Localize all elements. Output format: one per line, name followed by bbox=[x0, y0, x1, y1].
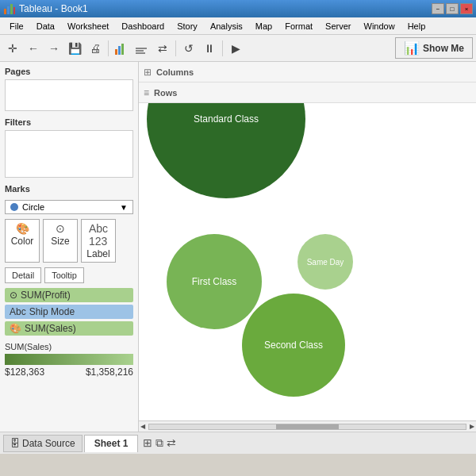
scroll-right-arrow[interactable]: ▶ bbox=[470, 423, 474, 430]
horizontal-scrollbar[interactable]: ◀ ▶ bbox=[139, 420, 476, 432]
sheet1-label: Sheet 1 bbox=[94, 438, 129, 449]
label-label: Label bbox=[86, 248, 109, 259]
marks-type-dropdown[interactable]: Circle ▼ bbox=[5, 200, 133, 214]
marks-type-label: Circle bbox=[22, 202, 120, 212]
menu-window[interactable]: Window bbox=[358, 20, 401, 33]
label-icon: Abc123 bbox=[89, 222, 108, 248]
sum-sales-pill[interactable]: 🎨 SUM(Sales) bbox=[5, 321, 133, 336]
filters-box bbox=[5, 130, 133, 178]
sum-sales-legend: SUM(Sales) $128,363 $1,358,216 bbox=[5, 342, 133, 378]
title-bar: Tableau - Book1 − □ × bbox=[0, 0, 476, 17]
svg-rect-3 bbox=[13, 7, 15, 14]
color-button[interactable]: 🎨 Color bbox=[5, 219, 40, 263]
ship-mode-icon: Abc bbox=[10, 306, 26, 317]
toolbar-pause[interactable]: ⏸ bbox=[200, 39, 219, 58]
detail-button[interactable]: Detail bbox=[5, 267, 41, 283]
show-me-button[interactable]: 📊 Show Me bbox=[395, 37, 473, 59]
marks-pills: ⊙ SUM(Profit) Abc Ship Mode 🎨 SUM(Sales) bbox=[5, 288, 133, 336]
toolbar-separator-3 bbox=[222, 40, 223, 56]
toolbar-chart1[interactable] bbox=[112, 39, 131, 58]
scroll-left-arrow[interactable]: ◀ bbox=[140, 423, 145, 430]
marks-header: Marks bbox=[5, 184, 133, 197]
size-button[interactable]: ⊙ Size bbox=[43, 219, 78, 263]
color-label: Color bbox=[11, 236, 34, 247]
bubble-same-day[interactable]: Same Day bbox=[298, 234, 353, 290]
pages-label: Pages bbox=[5, 67, 133, 76]
menu-server[interactable]: Server bbox=[319, 20, 357, 33]
menu-bar: File Data Worksheet Dashboard Story Anal… bbox=[0, 17, 476, 35]
gradient-max: $1,358,216 bbox=[86, 367, 133, 378]
marks-label: Marks bbox=[5, 184, 30, 194]
sum-profit-pill[interactable]: ⊙ SUM(Profit) bbox=[5, 288, 133, 302]
toolbar-chart2[interactable] bbox=[132, 39, 152, 58]
minimize-button[interactable]: − bbox=[432, 3, 444, 14]
toolbar-save[interactable]: 💾 bbox=[65, 39, 84, 58]
pages-box bbox=[5, 79, 133, 111]
pages-section: Pages bbox=[5, 67, 133, 111]
columns-label: Columns bbox=[156, 67, 194, 77]
size-icon: ⊙ bbox=[56, 222, 65, 235]
scroll-track[interactable] bbox=[148, 424, 466, 430]
menu-worksheet[interactable]: Worksheet bbox=[61, 20, 115, 33]
toolbar-back[interactable]: ← bbox=[24, 39, 43, 58]
menu-analysis[interactable]: Analysis bbox=[204, 20, 249, 33]
sheet1-tab[interactable]: Sheet 1 bbox=[84, 435, 139, 452]
rows-shelf: ≡ Rows bbox=[139, 83, 476, 103]
close-button[interactable]: × bbox=[460, 3, 473, 14]
svg-rect-0 bbox=[4, 9, 6, 14]
bottom-bar: 🗄 Data Source Sheet 1 ⊞ ⧉ ⇄ bbox=[0, 432, 476, 454]
left-panel: Pages Filters Marks Circle ▼ 🎨 Color bbox=[0, 62, 139, 432]
svg-rect-5 bbox=[118, 46, 121, 55]
menu-file[interactable]: File bbox=[3, 20, 30, 33]
window-controls: − □ × bbox=[432, 3, 473, 14]
toolbar-crosshair[interactable]: ✛ bbox=[3, 39, 22, 58]
sum-profit-icon: ⊙ bbox=[10, 290, 17, 301]
duplicate-sheet-icon[interactable]: ⧉ bbox=[155, 436, 163, 450]
app-icon bbox=[3, 2, 16, 15]
gradient-min: $128,363 bbox=[5, 367, 44, 378]
tooltip-button[interactable]: Tooltip bbox=[44, 267, 84, 283]
bubble-standard-class[interactable]: Standard Class bbox=[147, 103, 305, 198]
marks-section: Marks Circle ▼ 🎨 Color ⊙ Size Abc123 La bbox=[5, 184, 133, 427]
columns-shelf: ⊞ Columns bbox=[139, 62, 476, 83]
menu-data[interactable]: Data bbox=[30, 20, 61, 33]
svg-rect-9 bbox=[136, 52, 145, 54]
toolbar-refresh[interactable]: ↺ bbox=[179, 39, 198, 58]
filters-section: Filters bbox=[5, 117, 133, 178]
circle-indicator bbox=[10, 203, 18, 211]
toolbar-separator-1 bbox=[108, 40, 109, 56]
swap-icon[interactable]: ⇄ bbox=[167, 436, 176, 450]
ship-mode-pill[interactable]: Abc Ship Mode bbox=[5, 305, 133, 319]
data-source-tab[interactable]: 🗄 Data Source bbox=[3, 435, 83, 452]
toolbar-swap[interactable]: ⇄ bbox=[153, 39, 172, 58]
sum-sales-legend-label: SUM(Sales) bbox=[5, 342, 133, 351]
menu-story[interactable]: Story bbox=[171, 20, 204, 33]
svg-rect-1 bbox=[7, 6, 10, 14]
window-title: Tableau - Book1 bbox=[19, 3, 432, 14]
toolbar-forward[interactable]: → bbox=[44, 39, 63, 58]
ship-mode-label: Ship Mode bbox=[29, 306, 75, 317]
sum-profit-label: SUM(Profit) bbox=[21, 290, 71, 301]
svg-rect-7 bbox=[136, 48, 147, 49]
gradient-labels: $128,363 $1,358,216 bbox=[5, 367, 133, 378]
sum-sales-label: SUM(Sales) bbox=[25, 323, 76, 334]
label-button[interactable]: Abc123 Label bbox=[81, 219, 116, 263]
scroll-thumb[interactable] bbox=[276, 424, 340, 429]
filters-label: Filters bbox=[5, 117, 133, 127]
new-sheet-icon[interactable]: ⊞ bbox=[143, 436, 152, 450]
chart-icon: 📊 bbox=[404, 40, 420, 56]
svg-rect-4 bbox=[115, 49, 117, 55]
rows-label: Rows bbox=[154, 88, 177, 98]
bubble-first-class[interactable]: First Class bbox=[167, 234, 262, 329]
toolbar-present[interactable]: ▶ bbox=[226, 39, 245, 58]
main-container: Pages Filters Marks Circle ▼ 🎨 Color bbox=[0, 62, 476, 432]
bubble-second-class[interactable]: Second Class bbox=[242, 294, 345, 397]
menu-dashboard[interactable]: Dashboard bbox=[115, 20, 171, 33]
maximize-button[interactable]: □ bbox=[446, 3, 459, 14]
toolbar: ✛ ← → 💾 🖨 ⇄ ↺ ⏸ ▶ 📊 Show Me bbox=[0, 35, 476, 62]
toolbar-print[interactable]: 🖨 bbox=[86, 39, 105, 58]
sum-sales-icon: 🎨 bbox=[10, 323, 21, 334]
menu-format[interactable]: Format bbox=[278, 20, 319, 33]
menu-map[interactable]: Map bbox=[249, 20, 278, 33]
menu-help[interactable]: Help bbox=[401, 20, 432, 33]
